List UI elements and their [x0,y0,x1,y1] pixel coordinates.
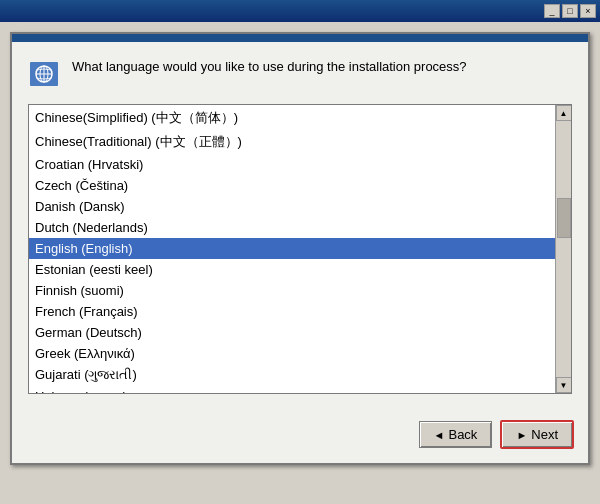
language-list-item[interactable]: Danish (Dansk) [29,196,555,217]
language-list-item[interactable]: Dutch (Nederlands) [29,217,555,238]
question-text: What language would you like to use duri… [72,58,467,76]
back-icon: ◄ [434,429,445,441]
language-list-item[interactable]: Chinese(Traditional) (中文（正體）) [29,130,555,154]
bottom-bar: ◄ Back ► Next [12,410,588,463]
language-list-item[interactable]: Finnish (suomi) [29,280,555,301]
language-list-item[interactable]: Hebrew (עברית) [29,386,555,393]
scroll-track [556,121,571,377]
language-list-item[interactable]: Greek (Ελληνικά) [29,343,555,364]
main-window: What language would you like to use duri… [10,32,590,465]
language-list-item[interactable]: Estonian (eesti keel) [29,259,555,280]
content-area: What language would you like to use duri… [12,42,588,410]
close-button[interactable]: × [580,4,596,18]
back-button[interactable]: ◄ Back [419,421,493,448]
language-list-container: Bulgarian (Български)Catalan (Català)Chi… [28,104,572,394]
scroll-thumb[interactable] [557,198,571,238]
back-label: Back [448,427,477,442]
language-list[interactable]: Bulgarian (Български)Catalan (Català)Chi… [29,105,555,393]
question-row: What language would you like to use duri… [28,58,572,90]
language-list-item[interactable]: Chinese(Simplified) (中文（简体）) [29,106,555,130]
next-icon: ► [516,429,527,441]
scrollbar[interactable]: ▲ ▼ [555,105,571,393]
language-list-item[interactable]: Croatian (Hrvatski) [29,154,555,175]
language-list-item[interactable]: Gujarati (ગુજરાતી) [29,364,555,386]
flag-icon [28,58,60,90]
minimize-button[interactable]: _ [544,4,560,18]
language-list-item[interactable]: English (English) [29,238,555,259]
header-bar [12,34,588,42]
next-label: Next [531,427,558,442]
title-bar: _ □ × [0,0,600,22]
scroll-up-button[interactable]: ▲ [556,105,572,121]
scroll-down-button[interactable]: ▼ [556,377,572,393]
language-list-item[interactable]: French (Français) [29,301,555,322]
language-list-item[interactable]: German (Deutsch) [29,322,555,343]
maximize-button[interactable]: □ [562,4,578,18]
next-button[interactable]: ► Next [500,420,574,449]
language-list-item[interactable]: Czech (Čeština) [29,175,555,196]
title-bar-buttons[interactable]: _ □ × [544,4,596,18]
